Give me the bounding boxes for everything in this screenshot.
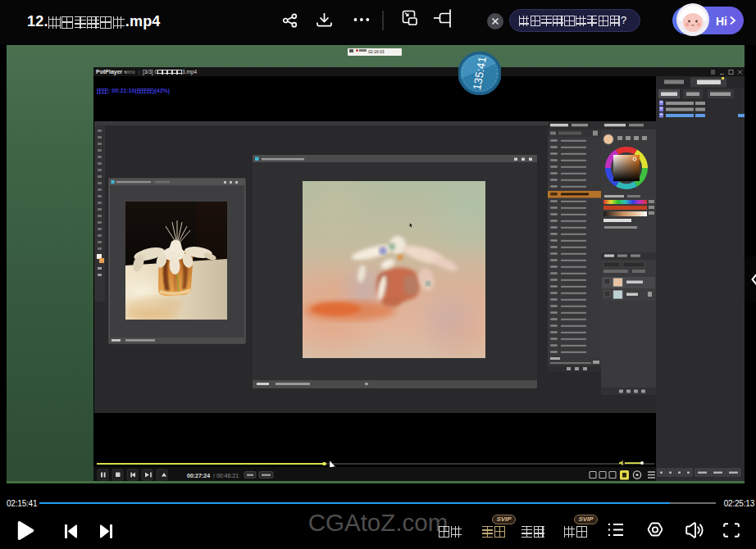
svg-text:/ 00:46:21: / 00:46:21 [213,473,239,479]
svg-text:00:27:24: 00:27:24 [187,473,210,479]
